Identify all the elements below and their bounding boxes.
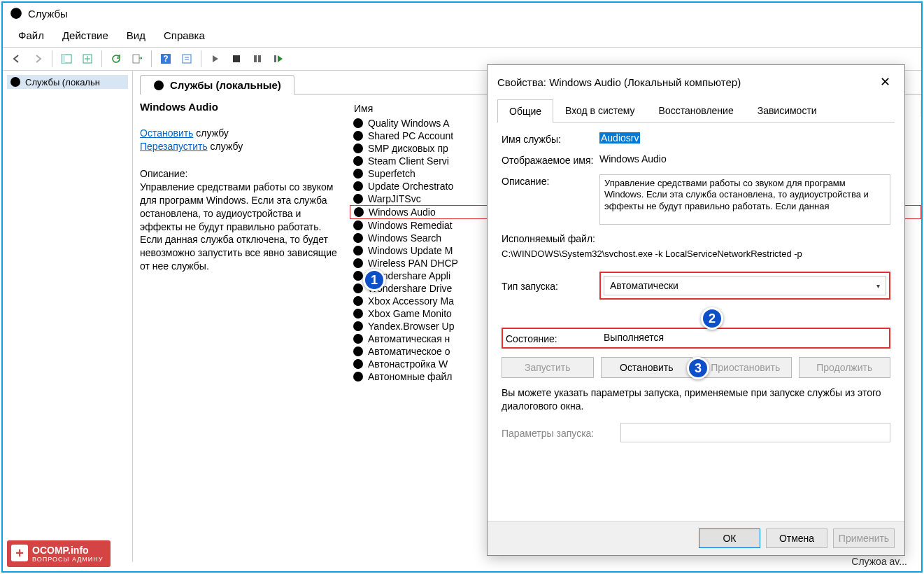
gear-icon <box>353 181 364 192</box>
svg-rect-9 <box>233 55 240 62</box>
tree-item-services-local[interactable]: Службы (локальн <box>7 75 128 89</box>
startup-params-input[interactable] <box>620 423 890 442</box>
menu-action[interactable]: Действие <box>54 27 117 44</box>
gear-icon <box>353 220 364 231</box>
svg-rect-3 <box>62 55 65 63</box>
selected-service-title: Windows Audio <box>140 100 344 114</box>
startup-params-label: Параметры запуска: <box>502 426 620 439</box>
gear-icon <box>353 346 364 357</box>
annotation-badge-1: 1 <box>363 269 385 291</box>
service-detail-panel: Windows Audio Остановить службу Перезапу… <box>140 100 350 562</box>
gear-icon <box>353 155 364 167</box>
cancel-button[interactable]: Отмена <box>766 528 827 548</box>
pause-button[interactable] <box>248 49 267 69</box>
content-tab-header: Службы (локальные) <box>140 75 294 94</box>
gear-icon <box>353 371 364 382</box>
description-text: Управление средствами работы со звуком д… <box>140 181 344 273</box>
description-label: Описание: <box>140 167 344 181</box>
apply-button: Применить <box>833 528 895 548</box>
refresh-button[interactable] <box>106 49 126 69</box>
executable-label: Исполняемый файл: <box>502 233 890 244</box>
menubar: Файл Действие Вид Справка <box>3 24 921 47</box>
help-button[interactable]: ? <box>156 49 176 69</box>
gear-icon <box>353 258 364 269</box>
display-name-value: Windows Audio <box>599 153 890 164</box>
restart-link[interactable]: Перезапустить <box>140 141 208 152</box>
svg-rect-10 <box>254 55 257 62</box>
service-name-label: Имя службы: <box>502 132 599 145</box>
titlebar: Службы <box>3 3 921 24</box>
tab-general[interactable]: Общие <box>497 99 553 122</box>
annotation-badge-2: 2 <box>701 307 723 330</box>
dialog-titlebar: Свойства: Windows Audio (Локальный компь… <box>488 65 904 99</box>
dialog-footer: ОК Отмена Применить <box>488 521 904 555</box>
stop-button[interactable]: Остановить <box>601 357 693 378</box>
startup-type-select[interactable]: Автоматически▾ <box>604 276 886 295</box>
state-value: Выполняется <box>604 332 886 343</box>
app-icon <box>10 7 22 20</box>
menu-help[interactable]: Справка <box>155 27 213 44</box>
watermark: + OCOMP.info ВОПРОСЫ АДМИНУ <box>7 540 111 567</box>
forward-button[interactable] <box>28 49 48 69</box>
gear-icon <box>353 270 364 281</box>
startup-type-label: Тип запуска: <box>502 279 599 292</box>
gear-icon <box>353 193 364 204</box>
close-button[interactable]: ✕ <box>875 72 895 92</box>
annotation-badge-3: 3 <box>687 357 709 379</box>
startup-params-hint: Вы можете указать параметры запуска, при… <box>502 386 890 413</box>
gear-icon <box>353 168 364 179</box>
gear-icon <box>353 283 364 294</box>
back-button[interactable] <box>7 49 27 69</box>
start-button: Запустить <box>502 357 594 378</box>
tab-dependencies[interactable]: Зависимости <box>746 99 829 122</box>
description-label: Описание: <box>502 174 599 187</box>
tree-pane: Службы (локальн <box>3 71 133 562</box>
play-button[interactable] <box>206 49 225 69</box>
show-hide-button[interactable] <box>57 49 76 69</box>
plus-icon: + <box>11 545 28 561</box>
gear-icon <box>353 206 364 218</box>
restart-button[interactable] <box>269 49 288 69</box>
gear-icon <box>153 80 164 91</box>
service-name-value[interactable]: Audiosrv <box>599 132 640 144</box>
svg-rect-12 <box>274 55 276 62</box>
pause-button: Приостановить <box>699 357 792 378</box>
statusbar-text: Служоа av... <box>851 556 907 567</box>
stop-button[interactable] <box>227 49 246 69</box>
properties-button[interactable] <box>177 49 197 69</box>
gear-icon <box>353 333 364 344</box>
gear-icon <box>353 245 364 256</box>
gear-icon <box>10 76 21 88</box>
export-button[interactable] <box>78 49 97 69</box>
executable-path: C:\WINDOWS\System32\svchost.exe -k Local… <box>502 248 890 259</box>
gear-icon <box>353 232 364 244</box>
chevron-down-icon: ▾ <box>876 282 880 290</box>
export-list-button[interactable] <box>127 49 147 69</box>
gear-icon <box>353 130 364 141</box>
svg-rect-8 <box>183 55 191 63</box>
properties-dialog: Свойства: Windows Audio (Локальный компь… <box>487 64 905 556</box>
ok-button[interactable]: ОК <box>699 528 760 548</box>
resume-button: Продолжить <box>799 357 891 378</box>
gear-icon <box>353 321 364 332</box>
stop-link[interactable]: Остановить <box>140 127 193 139</box>
gear-icon <box>353 295 364 307</box>
svg-rect-5 <box>133 55 139 63</box>
gear-icon <box>353 143 364 154</box>
tab-logon[interactable]: Вход в систему <box>553 99 647 122</box>
gear-icon <box>353 118 364 129</box>
tab-recovery[interactable]: Восстановление <box>647 99 746 122</box>
gear-icon <box>353 358 364 370</box>
svg-rect-11 <box>258 55 261 62</box>
menu-view[interactable]: Вид <box>118 27 154 44</box>
state-label: Состояние: <box>506 332 604 344</box>
svg-text:?: ? <box>163 54 168 64</box>
description-box[interactable]: Управление средствами работы со звуком д… <box>599 174 890 225</box>
menu-file[interactable]: Файл <box>10 27 52 44</box>
gear-icon <box>353 308 364 319</box>
display-name-label: Отображаемое имя: <box>502 153 599 166</box>
dialog-tabs: Общие Вход в систему Восстановление Зави… <box>497 99 895 122</box>
app-title: Службы <box>28 8 68 20</box>
